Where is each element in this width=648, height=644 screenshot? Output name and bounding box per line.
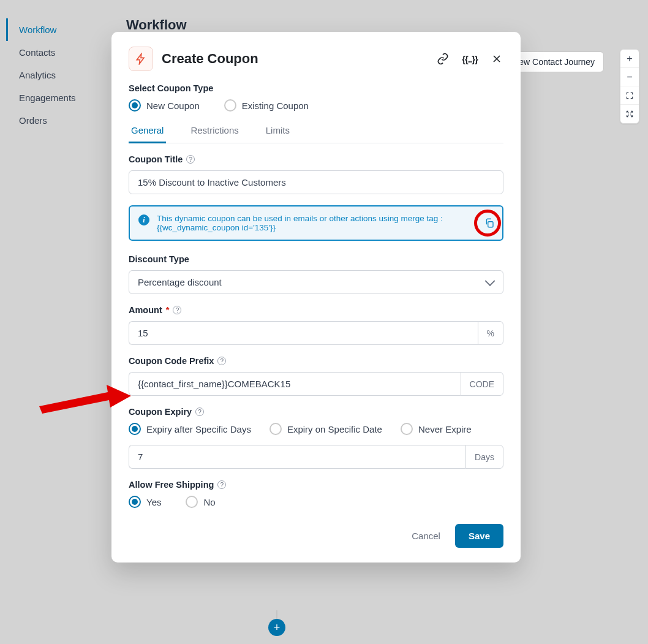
radio-expiry-days[interactable]: Expiry after Specific Days [129,423,251,435]
discount-type-label: Discount Type [129,254,503,264]
plus-icon: + [274,621,281,634]
minus-icon: − [627,72,632,83]
sidebar-label: Analytics [19,70,56,80]
coupon-title-label: Coupon Title ? [129,154,503,164]
radio-label: Yes [146,497,161,507]
radio-free-ship-no[interactable]: No [186,496,215,508]
sidebar: Workflow Contacts Analytics Engagements … [6,18,110,132]
radio-new-coupon[interactable]: New Coupon [129,99,200,112]
copy-icon [484,218,495,229]
radio-label: No [203,497,215,507]
coupon-expiry-label: Coupon Expiry ? [129,407,503,417]
amount-suffix: % [478,321,503,345]
add-step-button[interactable]: + [268,619,285,636]
info-icon: i [138,214,149,225]
label-text: Allow Free Shipping [129,480,214,490]
sidebar-item-workflow[interactable]: Workflow [6,18,110,41]
close-button[interactable] [490,52,503,66]
coupon-title-input[interactable] [129,170,503,194]
link-icon [437,53,449,65]
radio-label: Expiry after Specific Days [146,424,251,434]
radio-icon [129,423,141,435]
select-value: Percentage discount [138,277,222,287]
radio-icon [224,99,236,112]
radio-label: Expiry on Specific Date [287,424,382,434]
radio-existing-coupon[interactable]: Existing Coupon [224,99,309,112]
radio-icon [401,423,413,435]
radio-label: Never Expire [418,424,472,434]
help-icon[interactable]: ? [173,306,181,314]
help-icon[interactable]: ? [186,155,195,164]
modal-header: Create Coupon {{..}} [129,47,503,71]
select-coupon-type-label: Select Coupon Type [129,83,503,93]
radio-expiry-never[interactable]: Never Expire [401,423,472,435]
radio-label: Existing Coupon [242,100,309,111]
expand-icon [625,110,634,118]
merge-tag-button[interactable]: {{..}} [463,52,477,66]
coupon-prefix-input[interactable] [129,372,461,396]
contact-journey-button[interactable]: ew Contact Journey [510,51,604,72]
page-title: Workflow [126,17,187,33]
info-line1: This dynamic coupon can be used in email… [157,214,443,223]
radio-icon [129,99,141,112]
expiry-suffix: Days [465,445,503,469]
zoom-controls: + − [620,49,639,124]
sidebar-label: Orders [19,115,47,126]
free-shipping-label: Allow Free Shipping ? [129,480,503,490]
fullscreen-button[interactable] [620,86,639,105]
sidebar-item-orders[interactable]: Orders [6,109,110,132]
tab-limits[interactable]: Limits [263,121,292,143]
help-icon[interactable]: ? [195,407,204,416]
radio-icon [129,496,141,508]
amount-input[interactable] [129,321,478,345]
label-text: Coupon Title [129,154,183,164]
create-coupon-modal: Create Coupon {{..}} Select Coupon Type … [111,32,521,563]
save-button[interactable]: Save [455,524,503,548]
help-icon[interactable]: ? [217,357,226,365]
amount-label: Amount* ? [129,305,503,315]
help-icon[interactable]: ? [217,480,226,489]
link-button[interactable] [436,52,450,66]
radio-icon [269,423,282,435]
modal-title: Create Coupon [162,51,428,67]
radio-expiry-date[interactable]: Expiry on Specific Date [269,423,382,435]
radio-label: New Coupon [146,100,200,111]
coupon-lightning-icon [129,47,153,71]
modal-header-actions: {{..}} [436,52,503,66]
cancel-button[interactable]: Cancel [412,531,440,541]
sidebar-label: Workflow [19,25,56,35]
plus-icon: + [627,53,632,64]
sidebar-item-engagements[interactable]: Engagements [6,86,110,109]
radio-icon [186,496,198,508]
sidebar-label: Engagements [19,93,76,103]
sidebar-item-analytics[interactable]: Analytics [6,64,110,86]
discount-type-select[interactable]: Percentage discount [129,270,503,294]
expiry-days-input[interactable] [129,445,465,469]
modal-footer: Cancel Save [129,524,503,548]
info-line2: {{wc_dynamic_coupon id='135'}} [157,223,276,232]
label-text: Amount [129,305,162,315]
tab-restrictions[interactable]: Restrictions [188,121,241,143]
label-text: Coupon Expiry [129,407,192,417]
coupon-prefix-label: Coupon Code Prefix ? [129,356,503,366]
sidebar-label: Contacts [19,47,55,58]
close-icon [491,53,503,65]
label-text: Coupon Code Prefix [129,356,214,366]
merge-tag-info-banner: i This dynamic coupon can be used in ema… [129,205,503,241]
svg-rect-0 [488,222,493,227]
expand-button[interactable] [620,105,639,123]
tab-general[interactable]: General [129,121,166,143]
sidebar-item-contacts[interactable]: Contacts [6,41,110,64]
radio-free-ship-yes[interactable]: Yes [129,496,161,508]
prefix-suffix: CODE [461,372,503,396]
modal-tabs: General Restrictions Limits [129,121,503,143]
zoom-out-button[interactable]: − [620,68,639,86]
zoom-in-button[interactable]: + [620,50,639,68]
coupon-type-radios: New Coupon Existing Coupon [129,99,503,112]
fullscreen-icon [625,91,634,100]
copy-merge-tag-button[interactable] [483,216,496,230]
